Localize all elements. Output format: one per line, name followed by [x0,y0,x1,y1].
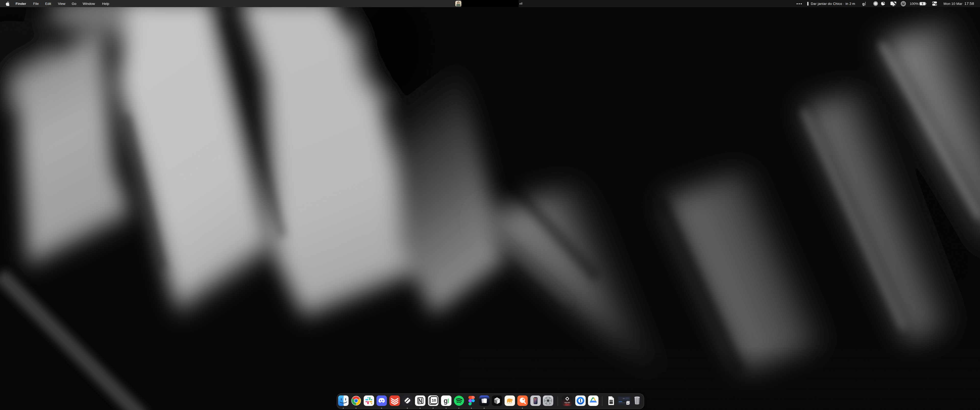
svg-text:raycast: raycast [564,402,570,404]
svg-text:g: g [444,397,448,405]
svg-text:11: 11 [627,402,629,404]
svg-text:10: 10 [432,398,436,402]
